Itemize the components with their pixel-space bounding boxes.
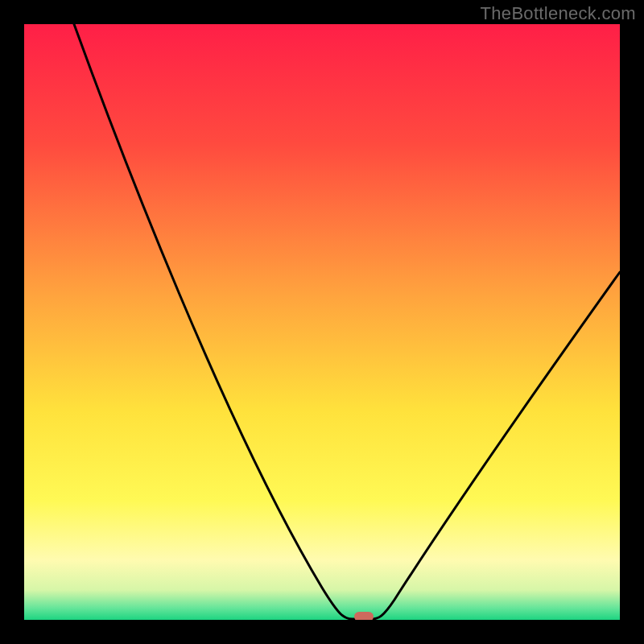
chart-frame: TheBottleneck.com [0,0,644,644]
curve-layer [24,24,620,620]
bottleneck-curve [74,24,620,619]
optimal-marker [354,612,374,620]
plot-area [24,24,620,620]
watermark-text: TheBottleneck.com [481,3,636,24]
